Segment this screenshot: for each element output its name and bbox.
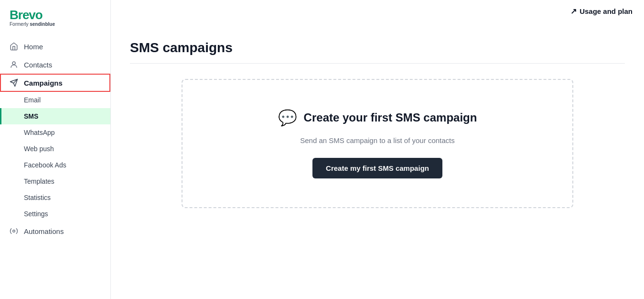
divider [130, 63, 625, 64]
sidebar-item-settings[interactable]: Settings [0, 206, 110, 222]
sidebar-item-label: Automations [24, 227, 64, 235]
logo-brevo: Brevo [10, 9, 101, 21]
automations-icon [10, 227, 18, 235]
sidebar-navigation: Home Contacts Campaigns [0, 33, 110, 244]
empty-state-card: 💬 Create your first SMS campaign Send an… [182, 79, 573, 208]
sidebar-item-campaigns[interactable]: Campaigns [0, 74, 110, 92]
page-title: SMS campaigns [130, 40, 625, 55]
page-content: SMS campaigns 💬 Create your first SMS ca… [111, 23, 644, 299]
home-icon [10, 42, 18, 51]
create-sms-campaign-button[interactable]: Create my first SMS campaign [312, 158, 442, 178]
sidebar-item-whatsapp[interactable]: WhatsApp [0, 124, 110, 141]
sidebar-item-templates[interactable]: Templates [0, 173, 110, 189]
top-bar: ↗ Usage and plan [111, 0, 644, 23]
sidebar-item-home[interactable]: Home [0, 37, 110, 55]
sidebar-item-automations[interactable]: Automations [0, 222, 110, 240]
sidebar-item-email[interactable]: Email [0, 92, 110, 108]
usage-plan-label: Usage and plan [580, 7, 633, 15]
sms-bubble-icon: 💬 [278, 109, 297, 127]
sidebar-item-statistics[interactable]: Statistics [0, 189, 110, 206]
sidebar-item-facebook-ads[interactable]: Facebook Ads [0, 157, 110, 173]
main-content: ↗ Usage and plan SMS campaigns 💬 Create … [111, 0, 644, 299]
svg-point-0 [12, 62, 15, 65]
campaigns-sub-nav: Email SMS WhatsApp Web push Facebook Ads… [0, 92, 110, 222]
sidebar-item-label: Contacts [24, 61, 52, 69]
usage-icon: ↗ [570, 7, 577, 16]
contacts-icon [10, 60, 18, 69]
usage-and-plan-button[interactable]: ↗ Usage and plan [570, 7, 633, 16]
sidebar-item-webpush[interactable]: Web push [0, 141, 110, 157]
logo-formerly: Formerly sendinblue [10, 22, 101, 27]
sidebar-item-label: Campaigns [24, 79, 63, 87]
sidebar: Brevo Formerly sendinblue Home [0, 0, 111, 299]
campaigns-icon [10, 78, 18, 87]
sidebar-item-contacts[interactable]: Contacts [0, 55, 110, 74]
svg-point-3 [13, 230, 15, 233]
card-description: Send an SMS campaign to a list of your c… [300, 136, 455, 144]
sidebar-item-label: Home [24, 43, 43, 51]
logo-area: Brevo Formerly sendinblue [0, 0, 110, 33]
card-header: 💬 Create your first SMS campaign [278, 109, 477, 127]
sidebar-item-sms[interactable]: SMS [0, 108, 110, 124]
card-title: Create your first SMS campaign [304, 111, 477, 124]
